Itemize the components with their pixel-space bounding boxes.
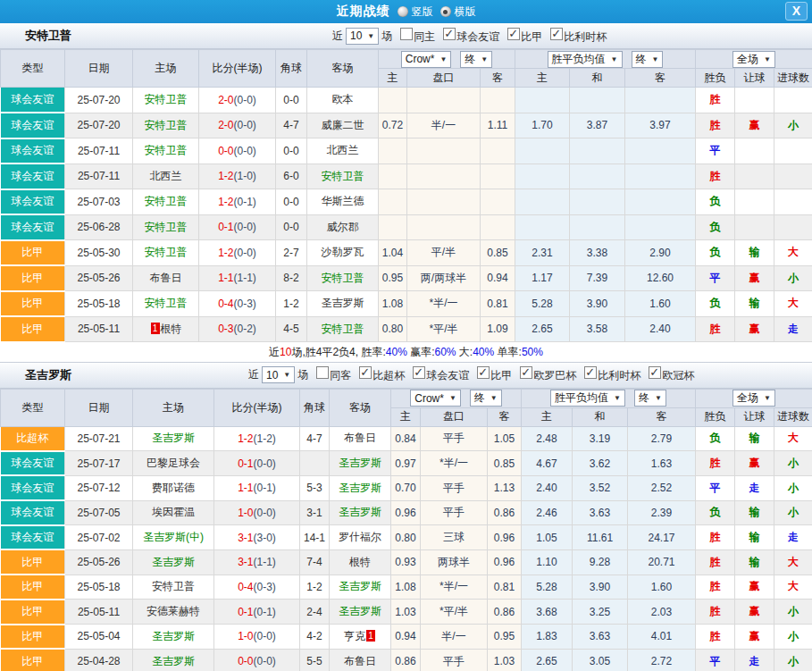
league-filter-2-label[interactable]: 比利时杯 — [564, 30, 607, 43]
away-team: 威尔郡 — [307, 214, 379, 240]
league-filter-1[interactable]: 球会友谊 — [407, 366, 469, 383]
match-date: 25-06-28 — [65, 214, 133, 240]
league-filter-1-checkbox[interactable] — [413, 366, 425, 379]
handicap-line — [407, 189, 481, 215]
avg-draw-odds: 3.05 — [573, 649, 628, 671]
league-filter-3-checkbox[interactable] — [520, 366, 532, 379]
league-filter-1-label[interactable]: 比甲 — [521, 30, 542, 43]
league-filter-0-checkbox[interactable] — [359, 366, 372, 379]
handicap-line: 半/一 — [407, 113, 481, 138]
result-handicap: 赢 — [735, 265, 774, 291]
avg-win-odds: 5.28 — [522, 575, 573, 600]
same-venue-filter-checkbox[interactable] — [400, 28, 413, 40]
home-team-name: 安特卫普 — [145, 195, 188, 207]
home-team-name: 圣吉罗斯 — [152, 655, 195, 667]
away-team-name: 安特卫普 — [322, 272, 364, 284]
league-filter-1-label[interactable]: 球会友谊 — [426, 369, 469, 382]
handicap-home-odds: 0.84 — [391, 426, 421, 451]
odds-group-header-2: 全场▼ — [696, 50, 812, 69]
handicap-line: 平手 — [421, 649, 488, 671]
result-handicap: 输 — [735, 426, 774, 451]
handicap-away-odds: 1.09 — [481, 316, 515, 342]
result-wdl: 负 — [696, 189, 735, 215]
fulltime-score: 0-1 — [238, 606, 253, 618]
league-filter-0-label[interactable]: 比超杯 — [373, 369, 405, 382]
score-cell: 3-1(1-1) — [214, 549, 300, 575]
league-filter-5-label[interactable]: 欧冠杯 — [662, 369, 694, 382]
league-filter-1[interactable]: 比甲 — [502, 28, 542, 45]
league-filter-4-checkbox[interactable] — [584, 366, 597, 379]
match-count-select[interactable]: 10▼ — [262, 366, 295, 383]
odds-dropdown-0-0-value: Crow* — [406, 53, 435, 65]
corner-score: 1-2 — [300, 575, 330, 600]
result-wdl: 胜 — [696, 575, 735, 600]
radio-vertical-label[interactable]: 竖版 — [412, 4, 433, 20]
avg-draw-odds: 11.61 — [573, 525, 628, 550]
score-cell: 1-2(0-1) — [199, 189, 276, 215]
handicap-line: *半/一 — [421, 575, 488, 600]
league-filter-4[interactable]: 比利时杯 — [579, 366, 640, 383]
result-wdl: 胜 — [696, 625, 735, 650]
result-goals: 走 — [774, 316, 812, 342]
radio-vertical-icon[interactable] — [398, 6, 408, 17]
league-filter-2-label[interactable]: 比甲 — [490, 369, 512, 382]
handicap-away-odds: 0.81 — [488, 575, 522, 600]
home-team-name: 安特卫普 — [145, 297, 188, 309]
handicap-home-odds: 0.72 — [379, 113, 407, 138]
league-filter-0-label[interactable]: 球会友谊 — [456, 30, 499, 43]
same-venue-filter[interactable]: 同主 — [395, 28, 435, 45]
odds-dropdown-1-2[interactable]: 胜平负均值▼ — [550, 390, 625, 407]
avg-lose-odds: 2.03 — [628, 600, 696, 625]
odds-dropdown-0-1[interactable]: 终▼ — [470, 390, 502, 407]
result-wdl: 胜 — [696, 451, 735, 476]
odds-dropdown-1-3[interactable]: 终▼ — [634, 390, 666, 407]
league-filter-2-checkbox[interactable] — [477, 366, 490, 379]
home-team-name: 安德莱赫特 — [146, 605, 200, 617]
radio-horizontal-icon[interactable] — [440, 6, 451, 17]
same-venue-filter[interactable]: 同客 — [311, 366, 351, 383]
home-team: 圣吉罗斯 — [133, 649, 214, 671]
odds-dropdown-1-2[interactable]: 胜平负均值▼ — [548, 51, 623, 68]
odds-dropdown-2-4[interactable]: 全场▼ — [732, 390, 775, 407]
result-wdl: 平 — [696, 475, 735, 500]
same-venue-filter-checkbox[interactable] — [316, 366, 329, 379]
handicap-home-odds: 0.86 — [391, 649, 421, 671]
odds-dropdown-1-3[interactable]: 终▼ — [632, 51, 664, 68]
same-venue-filter-label[interactable]: 同客 — [330, 369, 351, 382]
same-venue-filter-label[interactable]: 同主 — [414, 30, 435, 43]
chevron-down-icon: ▼ — [614, 394, 621, 402]
sub-header-5: 客 — [625, 69, 696, 88]
odds-dropdown-0-0[interactable]: Crow*▼ — [410, 390, 461, 407]
league-filter-3[interactable]: 欧罗巴杯 — [515, 366, 576, 383]
layout-radio-horizontal[interactable]: 横版 — [440, 4, 476, 20]
match-count-select-value: 10 — [350, 29, 362, 42]
league-filter-2[interactable]: 比甲 — [472, 366, 512, 383]
league-filter-2-checkbox[interactable] — [550, 28, 563, 40]
close-icon[interactable]: X — [785, 2, 808, 21]
sub-header-7: 让球 — [735, 69, 774, 88]
handicap-away-odds: 1.05 — [488, 426, 522, 451]
handicap-home-odds — [379, 138, 407, 164]
league-filter-4-label[interactable]: 比利时杯 — [598, 369, 640, 382]
league-filter-5[interactable]: 欧冠杯 — [643, 366, 694, 383]
league-filter-0[interactable]: 比超杯 — [354, 366, 405, 383]
radio-horizontal-label[interactable]: 横版 — [455, 4, 476, 20]
halftime-score: (0-0) — [254, 630, 276, 642]
avg-lose-odds: 1.63 — [628, 451, 696, 476]
league-filter-0[interactable]: 球会友谊 — [438, 28, 499, 45]
avg-win-odds: 1.10 — [522, 549, 573, 575]
odds-dropdown-2-4[interactable]: 全场▼ — [732, 51, 775, 68]
table-row: 球会友谊25-07-05埃因霍温1-0(0-0)3-1圣吉罗斯0.96平手0.8… — [1, 500, 812, 525]
league-filter-2[interactable]: 比利时杯 — [545, 28, 607, 45]
league-filter-5-checkbox[interactable] — [649, 366, 661, 379]
fulltime-score: 2-0 — [218, 94, 233, 106]
odds-dropdown-0-0[interactable]: Crow*▼ — [401, 51, 452, 68]
match-count-select[interactable]: 10▼ — [346, 28, 379, 45]
odds-dropdown-0-1[interactable]: 终▼ — [460, 51, 492, 68]
odds-group-header-1: 胜平负均值▼终▼ — [515, 50, 696, 69]
league-filter-3-label[interactable]: 欧罗巴杯 — [533, 369, 576, 382]
layout-radio-vertical[interactable]: 竖版 — [398, 4, 433, 20]
league-filter-0-checkbox[interactable] — [443, 28, 456, 40]
league-filter-1-checkbox[interactable] — [507, 28, 520, 40]
column-header-3: 比分(半场) — [214, 389, 300, 426]
